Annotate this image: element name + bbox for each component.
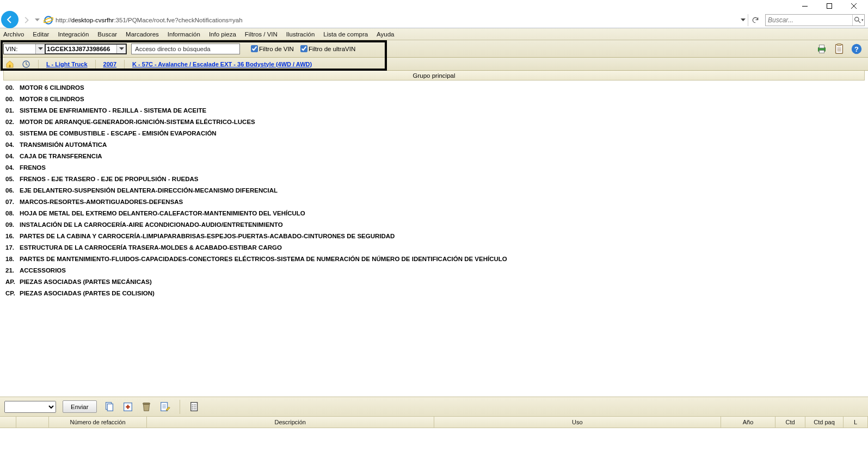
help-icon[interactable]: ? bbox=[851, 43, 863, 55]
group-row[interactable]: 01.SISTEMA DE ENFRIAMIENTO - REJILLA - S… bbox=[0, 104, 868, 116]
group-code: 00. bbox=[0, 96, 20, 102]
ultravin-filter-checkbox[interactable] bbox=[300, 45, 307, 52]
browser-search-button[interactable]: ▾ bbox=[852, 15, 864, 26]
printer-icon[interactable] bbox=[816, 43, 828, 55]
vin-type-select[interactable]: VIN: bbox=[3, 44, 45, 54]
group-row[interactable]: 16.PARTES DE LA CABINA Y CARROCERÍA-LIMP… bbox=[0, 230, 868, 242]
group-row[interactable]: 04.TRANSMISIÓN AUTOMÁTICA bbox=[0, 139, 868, 150]
trash-icon[interactable] bbox=[140, 401, 152, 413]
window-maximize-button[interactable] bbox=[817, 1, 841, 11]
menu-archivo[interactable]: Archivo bbox=[3, 31, 24, 38]
group-row[interactable]: AP.PIEZAS ASOCIADAS (PARTES MECÁNICAS) bbox=[0, 276, 868, 287]
th-uso[interactable]: Uso bbox=[434, 417, 722, 428]
group-row[interactable]: 06.EJE DELANTERO-SUSPENSIÓN DELANTERA-DI… bbox=[0, 184, 868, 196]
clipboard-icon[interactable] bbox=[833, 43, 845, 55]
group-code: 02. bbox=[0, 119, 20, 125]
crumb-year[interactable]: 2007 bbox=[103, 61, 116, 67]
svg-rect-29 bbox=[143, 403, 150, 404]
th-ctd[interactable]: Ctd bbox=[775, 417, 805, 428]
send-button[interactable]: Enviar bbox=[63, 400, 97, 413]
menu-info-pieza[interactable]: Info pieza bbox=[209, 31, 236, 38]
menu-lista-compra[interactable]: Lista de compra bbox=[323, 31, 368, 38]
ultravin-filter-checkbox-wrap[interactable]: Filtro de ultraVIN bbox=[300, 45, 355, 52]
group-code: 01. bbox=[0, 107, 20, 114]
th-ctd-paq[interactable]: Ctd paq bbox=[805, 417, 844, 428]
group-desc: SISTEMA DE COMBUSTIBLE - ESCAPE - EMISIÓ… bbox=[20, 130, 868, 137]
menu-marcadores[interactable]: Marcadores bbox=[126, 31, 159, 38]
url-dropdown[interactable] bbox=[738, 18, 748, 21]
menu-integracion[interactable]: Integración bbox=[58, 31, 89, 38]
groups-list-area[interactable]: 00.MOTOR 6 CILINDROS00.MOTOR 8 CILINDROS… bbox=[0, 81, 868, 397]
group-row[interactable]: 07.MARCOS-RESORTES-AMORTIGUADORES-DEFENS… bbox=[0, 196, 868, 207]
group-code: 18. bbox=[0, 256, 20, 262]
vin-type-label: VIN: bbox=[4, 46, 35, 52]
menu-filtros-vin[interactable]: Filtros / VIN bbox=[245, 31, 278, 38]
maximize-icon bbox=[827, 3, 832, 9]
notes-list-icon[interactable] bbox=[189, 401, 201, 413]
svg-rect-22 bbox=[9, 65, 11, 67]
window-minimize-button[interactable] bbox=[792, 1, 817, 11]
menu-editar[interactable]: Editar bbox=[33, 31, 49, 38]
crumb-sep bbox=[124, 60, 125, 69]
menu-buscar[interactable]: Buscar bbox=[97, 31, 117, 38]
nav-history-dropdown[interactable] bbox=[33, 14, 41, 27]
group-row[interactable]: 00.MOTOR 6 CILINDROS bbox=[0, 82, 868, 93]
vin-input-group bbox=[45, 44, 127, 54]
window-close-button[interactable] bbox=[841, 1, 866, 11]
group-row[interactable]: 04.FRENOS bbox=[0, 162, 868, 173]
svg-marker-11 bbox=[119, 47, 124, 50]
browser-search-box[interactable]: ▾ bbox=[765, 14, 865, 26]
group-row[interactable]: 18.PARTES DE MANTENIMIENTO-FLUIDOS-CAPAC… bbox=[0, 253, 868, 264]
crumb-model[interactable]: K - 57C - Avalanche / Escalade EXT - 36 … bbox=[132, 61, 312, 67]
crumb-truck[interactable]: L - Light Truck bbox=[46, 61, 88, 67]
group-row[interactable]: 08.HOJA DE METAL DEL EXTREMO DELANTERO-C… bbox=[0, 207, 868, 219]
group-row[interactable]: CP.PIEZAS ASOCIADAS (PARTES DE COLISION) bbox=[0, 287, 868, 299]
group-row[interactable]: 21.ACCESSORIOS bbox=[0, 264, 868, 276]
group-row[interactable]: 03.SISTEMA DE COMBUSTIBLE - ESCAPE - EMI… bbox=[0, 127, 868, 139]
browser-search-input[interactable] bbox=[766, 16, 852, 24]
nav-back-button[interactable] bbox=[1, 11, 19, 28]
vin-filter-checkbox-wrap[interactable]: Filtro de VIN bbox=[251, 45, 294, 52]
th-blank-2[interactable] bbox=[16, 417, 49, 428]
refresh-button[interactable] bbox=[748, 14, 762, 26]
group-code: 03. bbox=[0, 130, 20, 137]
group-code: 05. bbox=[0, 176, 20, 182]
group-desc: FRENOS bbox=[20, 164, 868, 171]
th-ano[interactable]: Año bbox=[721, 417, 775, 428]
group-row[interactable]: 00.MOTOR 8 CILINDROS bbox=[0, 93, 868, 104]
direct-search-input[interactable]: Acceso directo o búsqueda bbox=[131, 44, 240, 54]
group-code: 08. bbox=[0, 210, 20, 216]
add-icon[interactable] bbox=[122, 401, 134, 413]
group-row[interactable]: 09.INSTALACIÓN DE LA CARROCERÍA-AIRE ACO… bbox=[0, 219, 868, 230]
vin-filter-checkbox[interactable] bbox=[251, 45, 258, 52]
th-l[interactable]: L bbox=[844, 417, 868, 428]
menu-ayuda[interactable]: Ayuda bbox=[377, 31, 394, 38]
vin-filter-label: Filtro de VIN bbox=[259, 46, 294, 52]
group-row[interactable]: 05.FRENOS - EJE TRASERO - EJE DE PROPULS… bbox=[0, 173, 868, 184]
th-descripcion[interactable]: Descripción bbox=[147, 417, 434, 428]
group-desc: EJE DELANTERO-SUSPENSIÓN DELANTERA-DIREC… bbox=[20, 187, 868, 194]
svg-rect-0 bbox=[802, 6, 808, 7]
svg-marker-4 bbox=[35, 18, 40, 21]
svg-rect-34 bbox=[190, 402, 197, 411]
group-code: AP. bbox=[0, 279, 20, 285]
address-url[interactable]: http://desktop-cvsrfhr:351/PQMace/root.f… bbox=[56, 14, 738, 26]
th-numero[interactable]: Número de refacción bbox=[49, 417, 147, 428]
group-code: 04. bbox=[0, 164, 20, 171]
vin-input[interactable] bbox=[46, 46, 116, 52]
note-edit-icon[interactable] bbox=[159, 401, 171, 413]
copy-icon[interactable] bbox=[103, 401, 115, 413]
minimize-icon bbox=[802, 3, 808, 9]
menu-ilustracion[interactable]: Ilustración bbox=[286, 31, 315, 38]
group-row[interactable]: 04.CAJA DE TRANSFERENCIA bbox=[0, 150, 868, 162]
vin-history-dropdown[interactable] bbox=[116, 45, 126, 53]
bottom-select[interactable] bbox=[4, 401, 56, 413]
group-row[interactable]: 17.ESTRUCTURA DE LA CARROCERÍA TRASERA-M… bbox=[0, 242, 868, 253]
nav-forward-button[interactable] bbox=[20, 14, 33, 27]
home-icon[interactable] bbox=[5, 60, 14, 69]
history-icon[interactable] bbox=[22, 60, 30, 69]
window-titlebar bbox=[0, 0, 868, 12]
th-blank-1[interactable] bbox=[0, 417, 16, 428]
group-row[interactable]: 02.MOTOR DE ARRANQUE-GENERADOR-IGNICIÓN-… bbox=[0, 116, 868, 127]
menu-informacion[interactable]: Información bbox=[168, 31, 200, 38]
